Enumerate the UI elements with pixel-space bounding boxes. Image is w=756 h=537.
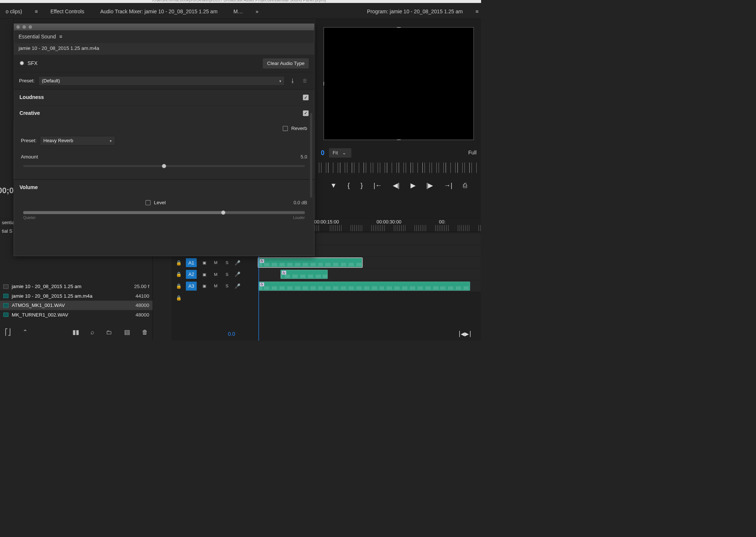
preset-label: Preset: — [19, 78, 35, 83]
essential-sound-panel: Essential Sound ≡ jamie 10 - 20_08_2015 … — [14, 24, 314, 256]
reverb-label: Reverb — [291, 126, 307, 131]
program-monitor[interactable] — [324, 27, 474, 140]
audio-clip-a3[interactable]: fx — [259, 282, 470, 291]
step-back-icon[interactable]: ◀| — [393, 181, 400, 189]
level-slider[interactable] — [23, 211, 305, 214]
sync-icon[interactable]: ▣ — [201, 260, 208, 265]
solo-button[interactable]: S — [224, 272, 231, 277]
tab-program[interactable]: Program: jamie 10 - 20_08_2015 1.25 am — [364, 8, 466, 15]
panel-menu-icon[interactable]: ≡ — [59, 34, 62, 40]
new-item-icon[interactable]: ▤ — [124, 329, 130, 336]
loudness-section-header[interactable]: Loudness ✓ — [14, 90, 314, 105]
mute-button[interactable]: M — [212, 272, 219, 277]
delete-preset-icon: 🗑 — [300, 76, 309, 85]
reverb-preset-select[interactable]: Heavy Reverb▾ — [40, 136, 115, 145]
amount-value[interactable]: 5.0 — [301, 154, 307, 160]
step-fwd-icon[interactable]: |▶ — [426, 181, 433, 189]
panel-tabs: o clips) ≡ Effect Controls Audio Track M… — [0, 5, 481, 19]
new-bin-icon[interactable]: 🗀 — [106, 329, 112, 336]
selected-clip-name: jamie 10 - 20_08_2015 1.25 am.m4a — [14, 43, 314, 55]
crop-handle-bottom[interactable] — [397, 140, 401, 140]
solo-button[interactable]: S — [224, 284, 231, 288]
go-out-icon[interactable]: →| — [444, 181, 452, 189]
up-icon[interactable]: ⌃ — [23, 329, 28, 336]
program-ruler[interactable] — [317, 163, 481, 173]
hamburger-icon[interactable]: ≡ — [35, 8, 38, 15]
crop-handle-top[interactable] — [397, 27, 401, 28]
tab-effect-controls[interactable]: Effect Controls — [47, 8, 88, 15]
snap-icon[interactable]: ⎮◀▶⎮ — [458, 331, 471, 338]
tab-audio-mixer[interactable]: Audio Track Mixer: jamie 10 - 20_08_2015… — [97, 8, 221, 15]
bin-row[interactable]: MK_TURNER1_002.WAV48000 — [0, 310, 153, 319]
lock-icon[interactable]: 🔒 — [176, 295, 182, 301]
in-bracket-icon[interactable]: { — [348, 181, 350, 189]
mute-button[interactable]: M — [212, 260, 219, 265]
play-icon[interactable]: ▶ — [411, 181, 416, 189]
amount-slider[interactable] — [23, 165, 305, 167]
lock-icon[interactable]: 🔒 — [176, 283, 182, 289]
chevron-down-icon: ⌄ — [342, 150, 346, 155]
search-icon[interactable]: ⌕ — [91, 329, 94, 336]
out-bracket-icon[interactable]: } — [361, 181, 363, 189]
lock-icon[interactable]: 🔒 — [176, 271, 182, 277]
amount-label: Amount — [21, 154, 38, 160]
volume-section-header[interactable]: Volume — [14, 180, 314, 195]
sfx-icon: ✹ — [19, 60, 24, 67]
fx-badge: fx — [260, 283, 264, 286]
sync-icon[interactable]: ▣ — [201, 284, 208, 289]
program-timecode[interactable]: 0 — [321, 149, 324, 157]
zoom-icon[interactable] — [28, 25, 32, 29]
crop-handle-left[interactable] — [324, 82, 324, 85]
export-frame-icon[interactable]: ⎙ — [463, 181, 467, 189]
track-header-a1[interactable]: 🔒 A1 ▣ M S 🎤 — [171, 257, 258, 268]
trash-icon[interactable]: 🗑 — [142, 329, 148, 336]
audio-clip-a1[interactable]: fx — [259, 258, 362, 267]
marker-icon[interactable]: ▼ — [330, 181, 337, 189]
creative-checkbox[interactable]: ✓ — [303, 110, 309, 116]
bin-row[interactable]: jamie 10 - 20_08_2015 1.25 am25.00 f — [0, 282, 153, 291]
mic-icon[interactable]: 🎤 — [235, 271, 241, 277]
track-header-a2[interactable]: 🔒 A2 ▣ M S 🎤 — [171, 268, 258, 280]
reverb-checkbox[interactable] — [283, 126, 288, 131]
transport-controls: ▼ { } |← ◀| ▶ |▶ →| ⎙ — [317, 177, 481, 195]
program-menu-icon[interactable]: ≡ — [476, 8, 479, 15]
audio-icon — [3, 294, 8, 298]
quieter-label: Quieter — [23, 216, 35, 220]
overflow-icon[interactable]: » — [256, 8, 259, 15]
mute-button[interactable]: M — [212, 284, 219, 288]
project-path: /Users/ictvmacbookpro/Desktop/2017 Broad… — [0, 0, 481, 3]
level-label: Level — [154, 200, 166, 205]
close-icon[interactable] — [16, 25, 20, 29]
track-header-a3[interactable]: 🔒 A3 ▣ M S 🎤 — [171, 280, 258, 292]
audio-clip-a2[interactable]: fx — [280, 270, 327, 279]
louder-label: Louder — [293, 216, 305, 220]
track-header-master[interactable]: 🔒 — [171, 292, 258, 304]
reverb-preset-label: Preset: — [21, 138, 37, 143]
sync-icon[interactable]: ▣ — [201, 272, 208, 277]
mic-icon[interactable]: 🎤 — [235, 283, 241, 289]
mic-icon[interactable]: 🎤 — [235, 260, 241, 265]
window-titlebar[interactable] — [14, 24, 314, 30]
clear-audio-type-button[interactable]: Clear Audio Type — [263, 58, 309, 69]
go-in-icon[interactable]: |← — [374, 181, 382, 189]
bin-row[interactable]: ATMOS_MK1_001.WAV48000 — [0, 301, 153, 310]
zoom-select[interactable]: Fit⌄ — [328, 148, 351, 158]
list-view-icon[interactable]: ▮▮ — [72, 329, 79, 336]
level-value[interactable]: 0.0 dB — [293, 200, 307, 206]
tab-clips[interactable]: o clips) — [2, 8, 25, 15]
preset-select[interactable]: (Default)▾ — [38, 76, 285, 85]
lock-icon[interactable]: 🔒 — [176, 260, 182, 265]
save-preset-icon[interactable]: ⭳ — [288, 76, 297, 85]
level-checkbox[interactable] — [146, 200, 151, 205]
solo-button[interactable]: S — [224, 260, 231, 265]
bin-row[interactable]: jamie 10 - 20_08_2015 1.25 am.m4a44100 — [0, 291, 153, 301]
chevron-down-icon: ▾ — [279, 79, 281, 83]
loudness-checkbox[interactable]: ✓ — [303, 95, 309, 100]
panel-scrollbar[interactable] — [310, 113, 312, 198]
resolution-label[interactable]: Full — [468, 150, 477, 156]
creative-section-header[interactable]: Creative ✓ — [14, 106, 314, 121]
tab-more[interactable]: M… — [230, 8, 246, 15]
timeline-value[interactable]: 0.0 — [228, 331, 235, 338]
filter-icon[interactable]: ⎡⎦ — [5, 329, 11, 336]
minimize-icon[interactable] — [22, 25, 26, 29]
